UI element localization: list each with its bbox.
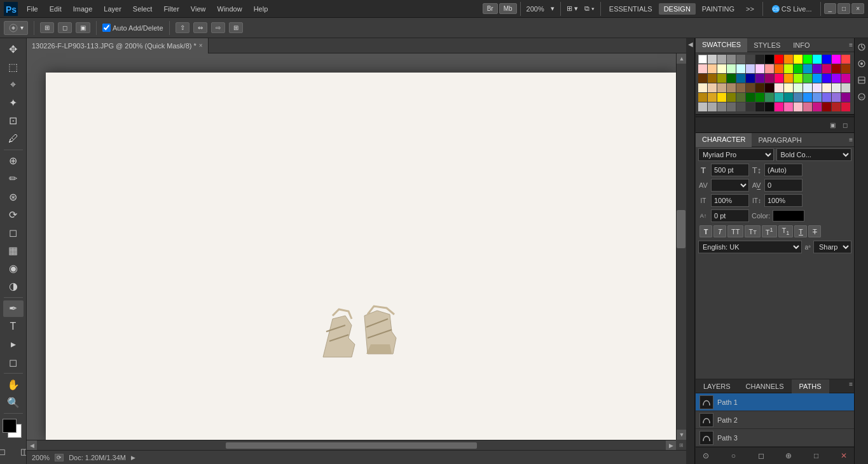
scroll-down-btn[interactable]: ▼ <box>677 430 686 440</box>
italic-btn[interactable]: T <box>713 225 726 237</box>
character-collapse[interactable]: ≡ <box>848 135 854 144</box>
swatch[interactable] <box>708 55 717 64</box>
brush-tool[interactable]: ✏ <box>3 171 24 187</box>
swatch[interactable] <box>813 93 822 102</box>
tracking-input[interactable] <box>764 179 803 192</box>
swatch[interactable] <box>727 83 736 92</box>
swatch[interactable] <box>708 64 717 73</box>
swatch[interactable] <box>736 74 745 83</box>
swatch[interactable] <box>746 64 755 73</box>
swatch[interactable] <box>813 74 822 83</box>
swatch[interactable] <box>803 83 812 92</box>
swatch[interactable] <box>755 55 764 64</box>
scroll-left-btn[interactable]: ◀ <box>27 440 37 451</box>
swatch[interactable] <box>832 102 841 111</box>
tool-preset-picker[interactable]: ▾ <box>4 21 28 35</box>
panel-collapse-btn[interactable]: ◀ <box>686 38 695 464</box>
auto-add-delete-checkbox[interactable] <box>102 24 111 32</box>
swatch[interactable] <box>775 93 783 102</box>
swatch[interactable] <box>832 93 841 102</box>
path-arrange-btn[interactable]: ⊞ <box>229 22 243 33</box>
swatch[interactable] <box>698 55 707 64</box>
menu-help[interactable]: Help <box>249 4 273 14</box>
clone-tool[interactable]: ⊛ <box>3 188 24 205</box>
swatch[interactable] <box>822 74 831 83</box>
swatch[interactable] <box>813 64 822 73</box>
swatch[interactable] <box>841 74 850 83</box>
swatch[interactable] <box>746 93 755 102</box>
path-to-selection-btn[interactable]: ◻ <box>755 449 768 462</box>
swatches-collapse[interactable]: ≡ <box>848 40 854 50</box>
status-arrow-btn[interactable]: ▶ <box>131 454 135 461</box>
path-align-btn2[interactable]: ⇔ <box>193 22 207 33</box>
type-tool[interactable]: T <box>3 318 24 335</box>
path-align-btn3[interactable]: ⇨ <box>211 22 225 33</box>
swatch[interactable] <box>784 55 793 64</box>
tab-swatches[interactable]: SWATCHES <box>696 38 747 52</box>
swatch[interactable] <box>717 93 726 102</box>
foreground-color-swatch[interactable] <box>3 419 17 433</box>
swatch[interactable] <box>698 83 707 92</box>
marquee-tool[interactable]: ⬚ <box>3 59 24 75</box>
swatch[interactable] <box>813 55 822 64</box>
swatch[interactable] <box>784 64 793 73</box>
swatch[interactable] <box>832 55 841 64</box>
swatch[interactable] <box>746 74 755 83</box>
menu-edit[interactable]: Edit <box>45 4 67 14</box>
swatch[interactable] <box>784 74 793 83</box>
swatch[interactable] <box>717 83 726 92</box>
swatch[interactable] <box>803 74 812 83</box>
fill-path-btn[interactable]: ⊙ <box>699 449 712 462</box>
horizontal-scrollbar[interactable]: ◀ ▶ <box>27 440 676 450</box>
swatch[interactable] <box>736 55 745 64</box>
swatch[interactable] <box>755 102 764 111</box>
swatch[interactable] <box>765 93 774 102</box>
path-pixel-btn[interactable]: ▣ <box>76 22 90 33</box>
swatch[interactable] <box>746 83 755 92</box>
swatch[interactable] <box>775 102 783 111</box>
swatch[interactable] <box>775 64 783 73</box>
swatch[interactable] <box>841 83 850 92</box>
swatch[interactable] <box>708 74 717 83</box>
swatch[interactable] <box>736 64 745 73</box>
swatch[interactable] <box>755 64 764 73</box>
tab-styles[interactable]: STYLES <box>747 38 787 52</box>
stroke-path-btn[interactable]: ○ <box>727 449 740 462</box>
swatch[interactable] <box>822 83 831 92</box>
scroll-thumb[interactable] <box>677 210 685 248</box>
swatch[interactable] <box>775 83 783 92</box>
swatch[interactable] <box>784 93 793 102</box>
menu-image[interactable]: Image <box>68 4 98 14</box>
swatch[interactable] <box>727 93 736 102</box>
panel-icon-1[interactable]: ▣ <box>826 118 839 131</box>
swatch[interactable] <box>841 102 850 111</box>
swatch[interactable] <box>832 64 841 73</box>
h-scale-input[interactable] <box>711 194 749 207</box>
tab-character[interactable]: CHARACTER <box>696 133 752 147</box>
tab-paragraph[interactable]: PARAGRAPH <box>752 133 808 147</box>
workspace-essentials[interactable]: ESSENTIALS <box>604 3 658 15</box>
scroll-right-btn[interactable]: ▶ <box>666 440 676 451</box>
antialiasing-select[interactable]: Sharp <box>813 241 851 253</box>
path-item-2[interactable]: Path 2 <box>696 411 854 429</box>
swatch[interactable] <box>794 74 803 83</box>
hand-tool[interactable]: ✋ <box>3 376 24 393</box>
swatch[interactable] <box>765 64 774 73</box>
swatch[interactable] <box>803 93 812 102</box>
path-path-btn[interactable]: ◻ <box>58 22 72 33</box>
strikethrough-btn[interactable]: T <box>808 225 821 237</box>
menu-view[interactable]: View <box>186 4 211 14</box>
swatch[interactable] <box>822 64 831 73</box>
close-btn[interactable]: × <box>851 3 864 14</box>
subscript-btn[interactable]: T1 <box>778 225 794 237</box>
swatch[interactable] <box>717 64 726 73</box>
swatch[interactable] <box>708 102 717 111</box>
swatch[interactable] <box>746 102 755 111</box>
all-caps-btn[interactable]: TT <box>727 225 743 237</box>
panel-icon-2[interactable]: ◻ <box>839 118 851 131</box>
new-path-btn[interactable]: □ <box>810 449 823 462</box>
menu-window[interactable]: Window <box>212 4 247 14</box>
leading-input[interactable] <box>764 164 803 176</box>
baseline-input[interactable] <box>711 209 749 222</box>
paths-collapse[interactable]: ≡ <box>848 379 854 393</box>
